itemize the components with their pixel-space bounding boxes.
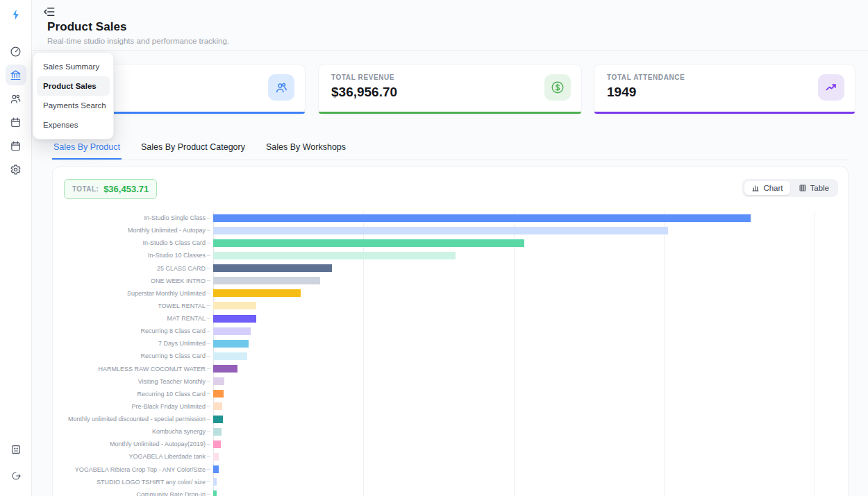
chart-view-button[interactable]: Chart [744, 181, 790, 195]
chart-category-label: In-Studio 10 Classes [53, 252, 206, 259]
chart-bar[interactable] [213, 390, 224, 397]
chart-bar[interactable] [213, 302, 256, 309]
chart-row: In-Studio Single Class [53, 212, 844, 224]
chart-bar[interactable] [213, 289, 301, 297]
chart-bar[interactable] [213, 453, 219, 461]
chart-row: YOGABELA Liberdade tank [53, 450, 844, 463]
chart-bar[interactable] [213, 490, 217, 496]
chart-category-label: Superstar Monthly Unlimited [53, 290, 206, 297]
chart-bar-zone [213, 275, 844, 287]
chart-bar-zone [213, 287, 844, 300]
chart-category-label: MAT RENTAL [53, 315, 206, 322]
chart-bar[interactable] [213, 252, 456, 259]
chart-row: Superstar Monthly Unlimited [53, 287, 844, 300]
menu-item-sales-summary[interactable]: Sales Summary [37, 57, 110, 76]
chart-category-label: Kombucha synergy [53, 428, 206, 435]
chart-bar-zone [213, 438, 844, 450]
sidebar-collapse-icon[interactable] [43, 6, 56, 18]
chart-bar[interactable] [213, 264, 332, 272]
menu-item-product-sales[interactable]: Product Sales [37, 76, 110, 96]
chart-category-label: In-Studio Single Class [53, 214, 206, 221]
chart-row: In-Studio 10 Classes [53, 249, 844, 262]
chart-bar[interactable] [213, 365, 237, 373]
sidebar-item-bookings[interactable] [6, 135, 26, 156]
menu-item-payments-search[interactable]: Payments Search [37, 96, 110, 115]
total-badge-label: TOTAL: [72, 185, 99, 193]
lightning-logo-icon [6, 5, 26, 24]
chart-bar[interactable] [213, 315, 256, 323]
sidebar-item-schedule[interactable] [6, 112, 26, 132]
sidebar-item-logout[interactable] [6, 465, 26, 486]
chart-row: Community Rate Drop-In [53, 488, 844, 496]
sales-by-product-bar-chart: In-Studio Single ClassMonthly Unlimited … [53, 212, 848, 496]
chart-axis-tick [207, 255, 210, 256]
chart-row: STUDIO LOGO TSHIRT any color/ size [53, 476, 844, 488]
chart-bar[interactable] [213, 377, 224, 385]
calendar-icon [10, 117, 22, 128]
sidebar-item-sales[interactable] [6, 65, 26, 85]
chart-bar-zone [213, 463, 844, 476]
chart-axis-tick [207, 343, 210, 344]
chart-bar-zone [213, 350, 844, 362]
chart-category-label: YOGABELA Liberdade tank [53, 453, 206, 460]
chart-bar[interactable] [213, 402, 222, 410]
chart-bar[interactable] [213, 327, 251, 335]
sidebar-item-dashboard[interactable] [6, 41, 26, 62]
chart-bar-zone [213, 325, 844, 337]
stat-card-value: 1949 [607, 85, 636, 100]
chart-bar[interactable] [213, 478, 217, 486]
chart-row: Visiting Teacher Monthly [53, 375, 844, 388]
card-accent-bar [594, 112, 855, 114]
table-view-button[interactable]: Table [792, 181, 837, 195]
chart-bar-zone [213, 262, 844, 275]
chart-bar[interactable] [213, 441, 221, 448]
chart-table-toggle: Chart Table [742, 179, 838, 197]
stat-card-value: $36,956.70 [331, 85, 397, 100]
chart-bar[interactable] [213, 227, 668, 234]
chart-bar[interactable] [213, 465, 219, 473]
gear-icon [10, 164, 22, 176]
chart-row: HARMLESS RAW COCONUT WATER [53, 363, 844, 375]
chart-bar-zone [213, 425, 844, 438]
sidebar-item-settings[interactable] [6, 159, 26, 180]
tab-sales-by-workshops[interactable]: Sales By Workshops [265, 140, 347, 160]
chart-bar[interactable] [213, 352, 247, 360]
chart-bar[interactable] [213, 340, 249, 348]
chart-category-label: Recurring 10 Class Card [53, 391, 206, 397]
chart-bar[interactable] [213, 214, 751, 222]
chart-category-label: Recurring 5 Class Card [53, 352, 206, 359]
tab-sales-by-product-category[interactable]: Sales By Product Category [140, 140, 247, 160]
chart-bar-zone [213, 224, 844, 237]
chart-bar[interactable] [213, 239, 524, 247]
chart-bar[interactable] [213, 277, 320, 284]
chart-category-label: Pre-Black Friday Unlimited [53, 403, 206, 410]
chart-axis-tick [207, 331, 210, 332]
chart-category-label: 25 CLASS CARD [53, 265, 206, 272]
chart-axis-tick [207, 481, 210, 482]
chart-bar[interactable] [213, 416, 223, 423]
chart-category-label: Recurring 8 Class Card [53, 327, 206, 334]
bank-icon [10, 69, 22, 81]
chart-category-label: Monthly Unlimited - Autopay [53, 227, 206, 234]
chart-bar-zone [213, 337, 844, 350]
chart-category-label: Community Rate Drop-In [53, 491, 206, 496]
sidebar-item-terminal[interactable] [6, 439, 26, 460]
chart-axis-tick [207, 431, 210, 432]
chart-axis-tick [207, 444, 210, 445]
chart-bar-zone [213, 400, 844, 413]
tab-sales-by-product[interactable]: Sales By Product [52, 140, 122, 160]
chart-row: MAT RENTAL [53, 312, 844, 325]
chart-bar-zone [213, 249, 844, 262]
users-icon [10, 93, 22, 105]
chart-row: Monthly Unlimited - Autopay [53, 224, 844, 237]
sidebar-item-clients[interactable] [6, 88, 26, 109]
chart-row: ONE WEEK INTRO [53, 275, 844, 287]
chart-axis-tick [207, 356, 210, 357]
chart-bar[interactable] [213, 428, 222, 436]
chart-category-label: Monthly unlimited discounted - special p… [53, 416, 206, 422]
menu-item-expenses[interactable]: Expenses [37, 115, 110, 135]
chart-axis-tick [207, 218, 210, 219]
chart-row: In-Studio 5 Class Card [53, 237, 844, 249]
chart-category-label: HARMLESS RAW COCONUT WATER [53, 366, 206, 373]
chart-category-label: YOGABELA Ribiera Crop Top - ANY Color/Si… [53, 466, 206, 473]
